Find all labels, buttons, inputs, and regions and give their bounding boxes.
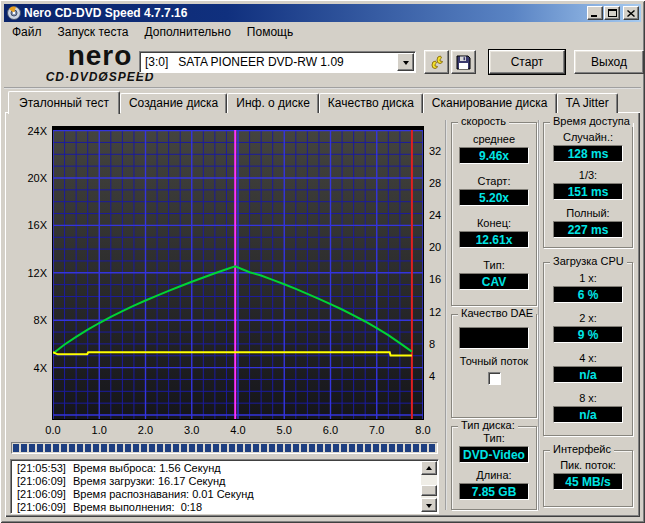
svg-text:16X: 16X: [27, 219, 47, 231]
cpu-1x-value: 6 %: [553, 286, 623, 303]
floppy-disk-icon: [456, 55, 471, 70]
start-button-label: Старт: [511, 55, 544, 69]
log-line: [21:05:53] Время выброса: 1.56 Секунд: [13, 462, 420, 475]
peak-rate-value: 45 MB/s: [553, 473, 623, 490]
tab-benchmark[interactable]: Эталонный тест: [8, 91, 120, 114]
svg-text:8: 8: [429, 338, 435, 350]
disc-type-label: Тип:: [452, 431, 536, 445]
close-button[interactable]: [623, 6, 639, 20]
tab-scan-disc[interactable]: Сканирование диска: [423, 93, 557, 113]
access-random-value: 128 ms: [553, 145, 623, 162]
svg-text:20X: 20X: [27, 172, 47, 184]
save-button[interactable]: [451, 50, 476, 74]
scroll-down-button[interactable]: [421, 498, 437, 512]
triangle-up-icon: [426, 463, 432, 470]
yellow-tool-icon: [429, 54, 445, 70]
svg-text:4X: 4X: [34, 362, 48, 374]
maximize-icon: [608, 9, 617, 17]
window-title: Nero CD-DVD Speed 4.7.7.16: [24, 6, 586, 20]
access-third-label: 1/3:: [544, 168, 632, 182]
speed-panel: скорость среднее 9.46x Старт: 5.20x Коне…: [451, 122, 537, 306]
disc-type-panel-title: Тип диска:: [458, 419, 518, 431]
exit-button[interactable]: Выход: [574, 50, 644, 74]
speed-average-value: 9.46x: [459, 147, 529, 164]
speed-panel-title: скорость: [458, 115, 509, 127]
access-time-panel: Время доступа Случайн.: 128 ms 1/3: 151 …: [543, 122, 633, 248]
benchmark-tab-page: 24X20X16X12X8X4X322824201612840.01.02.03…: [5, 112, 640, 517]
toolbar-divider: [4, 87, 641, 89]
svg-text:20: 20: [429, 241, 441, 253]
svg-text:0.0: 0.0: [45, 424, 60, 436]
cpu-usage-title: Загрузка CPU: [550, 255, 627, 267]
interface-title: Интерфейс: [550, 443, 614, 455]
scroll-up-button[interactable]: [421, 461, 437, 475]
log-timestamp: [21:06:09]: [13, 501, 73, 514]
disc-type-value: DVD-Video: [459, 446, 529, 463]
cpu-8x-label: 8 x:: [544, 391, 632, 405]
eject-load-button[interactable]: [424, 50, 449, 74]
menu-extra[interactable]: Дополнительно: [136, 23, 238, 41]
toolbar: nero CD·DVDØSPEED [3:0] SATA PIONEER DVD…: [4, 41, 641, 87]
panel-divider-1: [445, 120, 447, 510]
svg-text:2.0: 2.0: [138, 424, 153, 436]
svg-text:12: 12: [429, 306, 441, 318]
dae-quality-value: [459, 327, 529, 349]
log-scrollbar[interactable]: [421, 461, 437, 512]
start-button[interactable]: Старт: [489, 50, 565, 74]
speed-end-value: 12.61x: [459, 231, 529, 248]
disc-length-value: 7.85 GB: [459, 483, 529, 500]
log-text: Время загрузки: 16.17 Секунд: [73, 475, 420, 488]
dae-quality-title: Качество DAE: [458, 307, 536, 319]
menu-file[interactable]: Файл: [4, 23, 50, 41]
log-text: Время выброса: 1.56 Секунд: [73, 462, 420, 475]
svg-text:6.0: 6.0: [323, 424, 338, 436]
dae-quality-panel: Качество DAE Точный поток: [451, 314, 537, 418]
svg-text:28: 28: [429, 177, 441, 189]
test-progress-bar: [11, 442, 438, 454]
svg-text:32: 32: [429, 145, 441, 157]
log-line: [21:06:09] Время загрузки: 16.17 Секунд: [13, 475, 420, 488]
interface-panel: Интерфейс Пик. поток: 45 MB/s: [543, 450, 633, 507]
app-icon: [7, 6, 21, 20]
tab-strip: Эталонный тест Создание диска Инф. о дис…: [8, 90, 618, 113]
cpu-usage-panel: Загрузка CPU 1 x: 6 % 2 x: 9 % 4 x: n/a …: [543, 262, 633, 436]
drive-select-dropdown-button[interactable]: [397, 53, 414, 71]
progress-fill: [13, 444, 436, 452]
speed-average-label: среднее: [452, 132, 536, 146]
access-random-label: Случайн.:: [544, 130, 632, 144]
scrollbar-thumb[interactable]: [421, 485, 437, 496]
log-timestamp: [21:06:09]: [13, 488, 73, 501]
exact-stream-checkbox[interactable]: [488, 372, 501, 385]
speed-start-label: Старт:: [452, 174, 536, 188]
log-box: [21:05:53] Время выброса: 1.56 Секунд [2…: [10, 459, 439, 514]
log-timestamp: [21:05:53]: [13, 462, 73, 475]
benchmark-chart: 24X20X16X12X8X4X322824201612840.01.02.03…: [10, 123, 446, 445]
disc-type-panel: Тип диска: Тип: DVD-Video Длина: 7.85 GB: [451, 426, 537, 510]
svg-text:24X: 24X: [27, 125, 47, 137]
tab-disc-info[interactable]: Инф. о диске: [227, 93, 319, 113]
access-full-value: 227 ms: [553, 221, 623, 238]
log-timestamp: [21:06:09]: [13, 475, 73, 488]
exact-stream-label: Точный поток: [452, 355, 536, 368]
menu-help[interactable]: Помощь: [239, 23, 301, 41]
maximize-button[interactable]: [604, 6, 620, 20]
svg-text:16: 16: [429, 273, 441, 285]
svg-text:3.0: 3.0: [184, 424, 199, 436]
exit-button-label: Выход: [591, 55, 627, 69]
svg-text:4: 4: [429, 370, 435, 382]
minimize-icon: [591, 9, 599, 17]
chevron-down-icon: [403, 61, 409, 68]
menu-run-test[interactable]: Запуск теста: [50, 23, 137, 41]
access-full-label: Полный:: [544, 206, 632, 220]
log-line: [21:06:09] Время выполнения: 0:18: [13, 501, 420, 514]
tab-create-disc[interactable]: Создание диска: [120, 93, 227, 113]
minimize-button[interactable]: [587, 6, 603, 20]
drive-select-combobox[interactable]: [3:0] SATA PIONEER DVD-RW 1.09: [139, 51, 416, 73]
title-bar[interactable]: Nero CD-DVD Speed 4.7.7.16: [4, 4, 641, 22]
speed-end-label: Конец:: [452, 216, 536, 230]
tab-disc-quality[interactable]: Качество диска: [319, 93, 423, 113]
svg-text:5.0: 5.0: [277, 424, 292, 436]
speed-type-value: CAV: [459, 273, 529, 290]
tab-ta-jitter[interactable]: TA Jitter: [557, 93, 618, 113]
cpu-1x-label: 1 x:: [544, 271, 632, 285]
